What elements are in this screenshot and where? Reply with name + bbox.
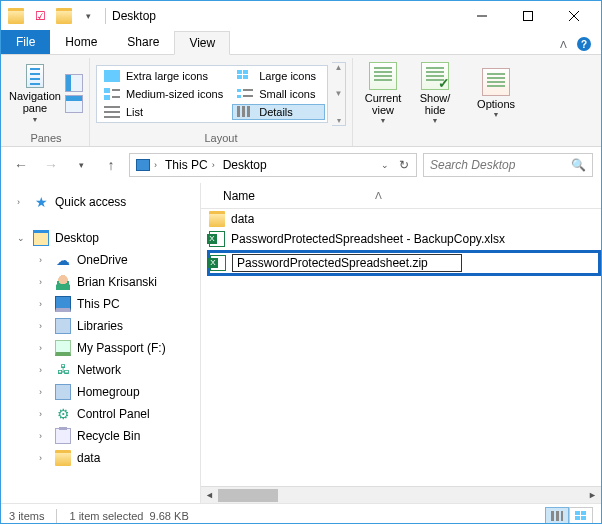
- tree-item[interactable]: ›My Passport (F:): [13, 337, 200, 359]
- maximize-button[interactable]: [505, 1, 551, 31]
- location-icon: [136, 159, 150, 171]
- layout-large-icons[interactable]: Large icons: [232, 68, 325, 84]
- qat-customize-button[interactable]: ▾: [77, 5, 99, 27]
- home-icon: [55, 384, 71, 400]
- tree-item[interactable]: ›data: [13, 447, 200, 469]
- tab-home[interactable]: Home: [50, 30, 112, 54]
- help-button[interactable]: ?: [577, 37, 591, 51]
- current-view-icon: [369, 62, 397, 90]
- ribbon-group-panes: Navigation pane ▼ Panes: [3, 58, 90, 146]
- file-row[interactable]: PasswordProtectedSpreadsheet - BackupCop…: [207, 229, 601, 249]
- search-icon: 🔍: [571, 158, 586, 172]
- folder-icon: [209, 211, 225, 227]
- excel-file-icon: [209, 231, 225, 247]
- ribbon-tabs: File Home Share View ᐱ ?: [1, 31, 601, 55]
- tab-share[interactable]: Share: [112, 30, 174, 54]
- file-row[interactable]: [207, 250, 601, 276]
- tree-item[interactable]: ›Libraries: [13, 315, 200, 337]
- ribbon: Navigation pane ▼ Panes Extra large icon…: [1, 55, 601, 147]
- layout-list[interactable]: List: [99, 104, 232, 120]
- tree-desktop[interactable]: ⌄Desktop: [13, 227, 200, 249]
- tree-item[interactable]: ›Recycle Bin: [13, 425, 200, 447]
- net-icon: 🖧: [55, 362, 71, 378]
- tab-file[interactable]: File: [1, 30, 50, 54]
- scroll-right-button[interactable]: ►: [584, 487, 601, 504]
- scroll-thumb[interactable]: [218, 489, 278, 502]
- scroll-left-button[interactable]: ◄: [201, 487, 218, 504]
- horizontal-scrollbar[interactable]: ◄ ►: [201, 486, 601, 503]
- address-dropdown-button[interactable]: ⌄: [376, 158, 394, 172]
- close-button[interactable]: [551, 1, 597, 31]
- tab-view[interactable]: View: [174, 31, 230, 55]
- rename-input[interactable]: [232, 254, 462, 272]
- column-header-name[interactable]: Name ᐱ: [201, 183, 601, 209]
- options-button[interactable]: Options▼: [472, 66, 520, 121]
- tree-item[interactable]: ›Homegroup: [13, 381, 200, 403]
- options-icon: [482, 68, 510, 96]
- folder-icon: [55, 450, 71, 466]
- onedrive-icon: ☁: [55, 252, 71, 268]
- excel-file-icon: [210, 255, 226, 271]
- layout-small-icons[interactable]: Small icons: [232, 86, 325, 102]
- ctrl-icon: ⚙: [55, 406, 71, 422]
- show-hide-button[interactable]: Show/ hide▼: [411, 60, 459, 127]
- recent-locations-button[interactable]: ▾: [69, 153, 93, 177]
- user-icon: [55, 274, 71, 290]
- sort-indicator-icon: ᐱ: [375, 190, 382, 201]
- collapse-ribbon-button[interactable]: ᐱ: [560, 39, 567, 50]
- view-thumbnails-button[interactable]: [569, 507, 593, 525]
- titlebar: ☑ ▾ Desktop: [1, 1, 601, 31]
- crumb-this-pc[interactable]: This PC›: [161, 156, 219, 174]
- details-pane-button[interactable]: [65, 95, 83, 113]
- ribbon-group-layout: Extra large icons Medium-sized icons Lis…: [90, 58, 353, 146]
- file-list-pane: Name ᐱ dataPasswordProtectedSpreadsheet …: [201, 183, 601, 503]
- monitor-icon: [55, 296, 71, 312]
- tree-item[interactable]: ›⚙Control Panel: [13, 403, 200, 425]
- navigation-pane-icon: [26, 64, 44, 88]
- folder-app-icon: [5, 5, 27, 27]
- minimize-button[interactable]: [459, 1, 505, 31]
- bin-icon: [55, 428, 71, 444]
- lib-icon: [55, 318, 71, 334]
- ribbon-group-view: Current view▼ Show/ hide▼ Options▼: [353, 58, 526, 146]
- preview-pane-button[interactable]: [65, 74, 83, 92]
- crumb-desktop[interactable]: Desktop: [219, 156, 271, 174]
- file-list[interactable]: dataPasswordProtectedSpreadsheet - Backu…: [201, 209, 601, 486]
- status-selection: 1 item selected 9.68 KB: [69, 510, 188, 522]
- tree-item[interactable]: ›This PC: [13, 293, 200, 315]
- show-hide-icon: [421, 62, 449, 90]
- status-item-count: 3 items: [9, 510, 44, 522]
- current-view-button[interactable]: Current view▼: [359, 60, 407, 127]
- layout-gallery[interactable]: Extra large icons Medium-sized icons Lis…: [96, 65, 328, 123]
- tree-item[interactable]: ›Brian Krisanski: [13, 271, 200, 293]
- refresh-button[interactable]: ↻: [394, 156, 414, 174]
- window-title: Desktop: [112, 9, 156, 23]
- navigation-pane-button[interactable]: Navigation pane ▼: [9, 64, 61, 123]
- tree-quick-access[interactable]: ›★Quick access: [13, 191, 200, 213]
- navigation-tree[interactable]: ›★Quick access ⌄Desktop ›☁OneDrive›Brian…: [1, 183, 201, 503]
- view-details-button[interactable]: [545, 507, 569, 525]
- tree-item[interactable]: ›☁OneDrive: [13, 249, 200, 271]
- svg-rect-1: [524, 12, 533, 21]
- address-bar: ← → ▾ ↑ › This PC› Desktop ⌄↻ Search Des…: [1, 147, 601, 183]
- breadcrumb[interactable]: › This PC› Desktop ⌄↻: [129, 153, 417, 177]
- layout-extra-large-icons[interactable]: Extra large icons: [99, 68, 232, 84]
- search-input[interactable]: Search Desktop 🔍: [423, 153, 593, 177]
- content-area: ›★Quick access ⌄Desktop ›☁OneDrive›Brian…: [1, 183, 601, 503]
- qat-properties-button[interactable]: ☑: [29, 5, 51, 27]
- qat-newfolder-button[interactable]: [53, 5, 75, 27]
- layout-details[interactable]: Details: [232, 104, 325, 120]
- up-button[interactable]: ↑: [99, 153, 123, 177]
- quick-access-toolbar: ☑ ▾: [5, 5, 99, 27]
- status-bar: 3 items 1 item selected 9.68 KB: [1, 503, 601, 524]
- layout-medium-icons[interactable]: Medium-sized icons: [99, 86, 232, 102]
- file-row[interactable]: data: [207, 209, 601, 229]
- layout-gallery-scroll[interactable]: ▲▼▾: [332, 62, 346, 126]
- drive-icon: [55, 340, 71, 356]
- forward-button[interactable]: →: [39, 153, 63, 177]
- back-button[interactable]: ←: [9, 153, 33, 177]
- tree-item[interactable]: ›🖧Network: [13, 359, 200, 381]
